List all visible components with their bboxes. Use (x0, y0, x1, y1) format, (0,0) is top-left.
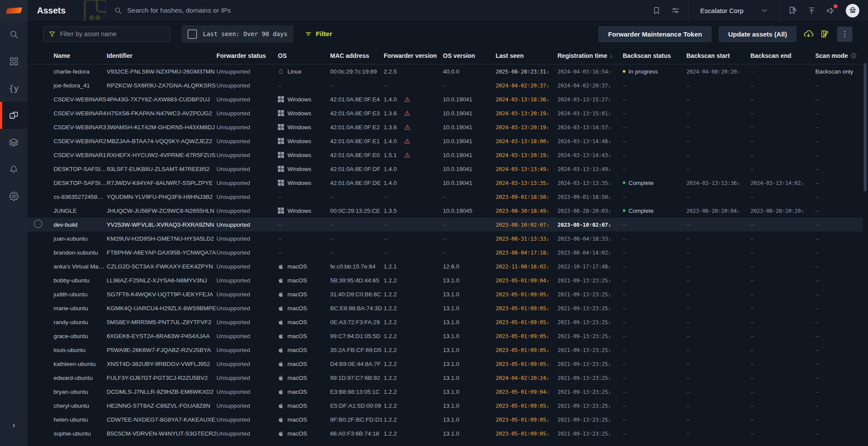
table-row[interactable]: CSDEV-WEBINAR33WAMSH-KLT42M-GHDRN5-H43XM… (27, 120, 863, 134)
global-search-input[interactable] (127, 7, 388, 14)
column-header[interactable]: Registration time↓ (557, 52, 623, 59)
apple-icon (278, 291, 284, 298)
table-row[interactable]: edward-ubuntuFULF3Y-DJ67GT-PGT3CJ-R2ZU5B… (27, 371, 863, 385)
table-row[interactable]: CSDEV-WEBINAR4H7SXS6-FKAPAN-N47WC3-AVZPD… (27, 106, 863, 120)
download-csv-button[interactable] (804, 29, 814, 39)
apple-icon (278, 333, 284, 339)
sidebar-item-settings[interactable] (0, 183, 27, 210)
table-row[interactable]: marie-ubuntuKGMK4Q-UARCU4-H29ZLX-8WS9BMP… (27, 301, 863, 315)
table-row[interactable]: cs-83635272458…YQUDMN-YLV9FU-PHQ3F8-H9HN… (27, 190, 863, 204)
chevron-down-icon (761, 7, 768, 14)
table-row[interactable]: DESKTOP-SAFSI…R7JWDV-K84YAF-8AUWR7-SSPLZ… (27, 176, 863, 190)
table-row[interactable]: dev-buildYV253W-WFVL8L-XVRAQ3-RXRA9ZNNUn… (27, 218, 863, 231)
column-header[interactable]: MAC address (330, 52, 384, 59)
last-seen-label: Last seen: Over 90 days (203, 30, 287, 37)
table-row[interactable]: grace-ubuntu6XGEK6-EYST2A-6RA63W-P454XJA… (27, 329, 863, 343)
page-title-section: Assets (27, 0, 106, 21)
chevron-right-icon: › (12, 420, 15, 430)
forwarder-maintenance-token-button[interactable]: Forwarder Maintenance Token (598, 26, 712, 42)
windows-icon (278, 166, 284, 172)
column-header[interactable]: OS version (443, 52, 496, 59)
sidebar-item-feeds[interactable] (0, 129, 27, 156)
table-row[interactable]: CSDEV-WEBINAR1RXHEFX-HYCUW2-4VPRME-67R5F… (27, 148, 863, 162)
column-header[interactable]: Identifier (107, 52, 216, 59)
column-header[interactable]: Forwarder version (384, 52, 443, 59)
bookmark-icon (652, 7, 661, 15)
preferences-button[interactable] (671, 6, 680, 15)
upload-icon (807, 7, 816, 15)
column-header[interactable]: Backscan status (623, 52, 686, 59)
edit-columns-button[interactable] (821, 29, 830, 39)
table-row[interactable]: helen-ubuntuCDW7EE-NXDEG7-8G8YA7-KAKEAUX… (27, 412, 863, 426)
last-seen-checkbox[interactable] (188, 30, 197, 39)
table-row[interactable]: sophie-ubuntuB5C5CM-VDRVEN-W4NYUT-S3GTEC… (27, 426, 863, 440)
asset-name-filter-input[interactable] (60, 30, 165, 37)
last-seen-filter-chip[interactable]: Last seen: Over 90 days (182, 25, 294, 43)
announcements-button[interactable] (826, 6, 835, 15)
table-row[interactable]: randy-ubuntu5MS8EY-MRR5M5-PNT7UL-Z8YTFVF… (27, 315, 863, 329)
column-header[interactable]: Last seen (496, 52, 557, 59)
windows-icon (278, 124, 284, 130)
org-name: Escalator Corp (700, 7, 743, 14)
table-row[interactable]: kathleen-ubuntuXNST4D-382UBY-9RBDGV-VWFL… (27, 357, 863, 371)
warning-icon (404, 110, 411, 117)
yara-brace-icon: {y (9, 84, 19, 93)
apple-icon (278, 277, 284, 284)
asset-name-filter (43, 27, 170, 42)
org-switcher[interactable]: Escalator Corp (689, 0, 779, 21)
table-row[interactable]: cheryl-ubuntuHE2NNG-57T8AZ-C89ZVL-FGUA8Z… (27, 399, 863, 412)
funnel-icon (49, 30, 55, 38)
column-header[interactable]: Backscan end (750, 52, 815, 59)
bell-icon (9, 165, 18, 174)
search-icon (114, 7, 122, 14)
cloud-download-icon (804, 29, 814, 39)
sidebar-item-dashboard[interactable] (0, 48, 27, 75)
column-header[interactable]: Forwarder status (216, 52, 278, 59)
table-row[interactable]: anka's Virtual Ma…CZLG2D-5CT3AX-FWKAXY-E… (27, 259, 863, 273)
table-row[interactable]: judith-ubuntuSG7FT6-K4WQKV-UQTT9P-UEKYFE… (27, 287, 863, 301)
windows-icon (278, 110, 284, 116)
apple-icon (278, 263, 284, 270)
column-header[interactable]: Scan mode (815, 52, 863, 59)
linux-icon (278, 68, 284, 75)
table-row[interactable]: louis-ubuntuP5WA9E-26K6W7-FJQABZ-R2VJSBY… (27, 343, 863, 357)
upload-button[interactable] (807, 7, 816, 15)
apple-icon (278, 430, 284, 437)
status-dot (623, 181, 625, 184)
bookmark-button[interactable] (652, 7, 661, 15)
table-row[interactable]: JUNGLEJHUQCW-JU56FW-ZC9WC8-N2655HLNUnsup… (27, 204, 863, 218)
brand-logo-icon (6, 7, 22, 13)
saved-searches-button[interactable] (788, 6, 797, 15)
sort-desc-icon[interactable]: ↓ (610, 52, 613, 59)
sidebar-item-assets[interactable] (0, 102, 27, 129)
apple-icon (278, 375, 284, 381)
filter-button[interactable]: Filter (305, 30, 332, 38)
row-radio[interactable] (34, 220, 42, 228)
windows-icon (278, 96, 284, 102)
more-actions-button[interactable] (837, 27, 852, 42)
bookmark-search-icon (788, 6, 797, 15)
table-row[interactable]: DESKTOP-SAFSI…93LSF7-EUKB8U-ZLSAMT-M7REE… (27, 162, 863, 176)
column-header[interactable]: OS (278, 52, 330, 59)
table-row[interactable]: juan-xubuntuKM29UV-H2D9SH-GMETNU-HY3A5LD… (27, 231, 863, 245)
table-row[interactable]: brandon-xubuntuFTBPHW-A6EYAP-DAX95B-YCNW… (27, 245, 863, 259)
sidebar-item-notifications[interactable] (0, 156, 27, 183)
search-icon (9, 30, 19, 39)
app-logo[interactable] (0, 0, 27, 21)
sidebar-item-search[interactable] (0, 21, 27, 48)
vertical-scrollbar[interactable] (864, 63, 867, 191)
sidebar-collapse-toggle[interactable]: › (0, 411, 27, 438)
column-header[interactable]: Name (54, 52, 107, 59)
column-header[interactable]: Backscan start (686, 52, 750, 59)
table-body: charlie-fedoraV932CE-FNLS6W-NZXPMU-26GM3… (27, 64, 863, 440)
update-assets-button[interactable]: Update assets (All) (719, 26, 797, 42)
table-row[interactable]: charlie-fedoraV932CE-FNLS6W-NZXPMU-26GM3… (27, 64, 863, 78)
sidebar-item-yara[interactable]: {y (0, 75, 27, 102)
user-avatar[interactable] (846, 4, 859, 17)
table-row[interactable]: bobby-ubuntuLL98AZ-F25NLZ-XJYSA6-N8MYV3N… (27, 273, 863, 287)
table-row[interactable]: CSDEV-WEBINAR2MBZJAA-BTAA74-VQQ5KY-AQWZJ… (27, 134, 863, 148)
windows-icon (278, 180, 284, 186)
table-row[interactable]: bryan-ubuntuDCDMLS-J7NLLR-9Z9HZB-EM6WKXD… (27, 385, 863, 399)
table-row[interactable]: CSDEV-WEBINAR54PA43G-7X7Y8Z-AXW883-CUDBP… (27, 92, 863, 106)
table-row[interactable]: joe-fedora_41RPZKCW-5X6R9U-ZA7GNA-ALQRKS… (27, 78, 863, 92)
